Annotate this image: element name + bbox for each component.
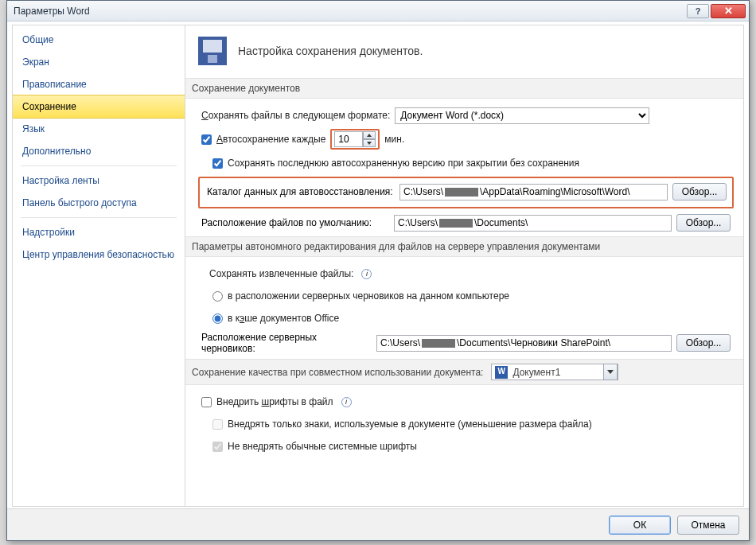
save-format-label: Сохранять файлы в следующем формате: <box>201 110 390 121</box>
document-select[interactable]: Документ1 <box>491 364 618 380</box>
drafts-opt2-label: в кэше документов Office <box>228 313 339 324</box>
row-drafts-opt1: в расположении серверных черновиков на д… <box>212 287 734 305</box>
row-embed-sub2: Не внедрять обычные системные шрифты <box>212 438 734 455</box>
embed-skip-system-checkbox <box>212 442 223 452</box>
server-drafts-label: Расположение серверных черновиков: <box>201 332 372 354</box>
sidebar-item-general[interactable]: Общие <box>13 29 185 51</box>
main-panel: Настройка сохранения документов. Сохране… <box>185 25 744 507</box>
drafts-opt1-label: в расположении серверных черновиков на д… <box>228 290 509 302</box>
drafts-location-radio-server[interactable] <box>212 291 223 302</box>
keep-last-label: Сохранять последнюю автосохраненную верс… <box>228 158 579 169</box>
row-autosave: Автосохранение каждые мин. <box>201 129 734 150</box>
row-embed-fonts: Внедрить шрифты в файл i <box>201 393 734 411</box>
sidebar-item-qat[interactable]: Панель быстрого доступа <box>13 192 185 214</box>
embed-used-only-checkbox <box>212 419 223 430</box>
browse-autorecover-button[interactable]: Обзор... <box>672 183 727 200</box>
browse-drafts-button[interactable]: Обзор... <box>676 334 731 352</box>
sidebar-item-proofing[interactable]: Правописание <box>13 73 185 95</box>
sidebar-separator <box>21 217 177 218</box>
window-title: Параметры Word <box>14 6 685 17</box>
word-options-dialog: Параметры Word ? ✕ Общие Экран Правописа… <box>6 0 750 541</box>
section-font-embed: Сохранение качества при совместном испол… <box>185 359 743 385</box>
word-doc-icon <box>495 366 508 379</box>
sidebar-item-ribbon[interactable]: Настройка ленты <box>13 169 185 192</box>
sidebar-item-advanced[interactable]: Дополнительно <box>13 140 185 162</box>
row-server-drafts: Расположение серверных черновиков: C:\Us… <box>201 332 734 354</box>
autosave-interval-highlight <box>330 129 380 150</box>
spinner-down[interactable] <box>363 139 376 147</box>
embed-fonts-checkbox[interactable] <box>201 397 212 407</box>
redacted-user <box>445 188 478 197</box>
content: Общие Экран Правописание Сохранение Язык… <box>12 25 744 507</box>
save-checked-label: Сохранять извлеченные файлы: <box>209 268 353 279</box>
row-save-checked: Сохранять извлеченные файлы: i <box>209 265 734 282</box>
section-save-docs: Сохранение документов <box>185 78 743 99</box>
save-floppy-icon <box>198 37 227 65</box>
row-embed-sub1: Внедрять только знаки, используемые в до… <box>212 415 734 433</box>
sidebar-item-trustcenter[interactable]: Центр управления безопасностью <box>13 243 185 266</box>
cancel-button[interactable]: Отмена <box>677 516 739 535</box>
spinner-up[interactable] <box>363 131 376 139</box>
close-button[interactable]: ✕ <box>711 4 746 18</box>
dialog-footer: ОК Отмена <box>7 508 749 540</box>
info-icon[interactable]: i <box>361 269 372 279</box>
help-button[interactable]: ? <box>687 4 709 18</box>
heading-text: Настройка сохранения документов. <box>238 45 423 57</box>
autorecover-path-input[interactable]: C:\Users\\AppData\Roaming\Microsoft\Word… <box>399 184 668 200</box>
embed-sub1-label: Внедрять только знаки, используемые в до… <box>228 418 592 430</box>
row-default-location: Расположение файлов по умолчанию: C:\Use… <box>201 214 734 232</box>
keep-last-checkbox[interactable] <box>212 158 223 169</box>
browse-default-button[interactable]: Обзор... <box>676 214 731 232</box>
redacted-user <box>439 219 473 228</box>
autosave-checkbox[interactable] <box>201 134 212 145</box>
sidebar-item-save[interactable]: Сохранение <box>13 95 185 119</box>
drafts-location-radio-cache[interactable] <box>212 313 223 324</box>
chevron-down-icon <box>603 364 618 380</box>
autosave-label: Автосохранение каждые <box>216 134 325 145</box>
default-location-label: Расположение файлов по умолчанию: <box>201 217 389 228</box>
autosave-unit: мин. <box>384 134 404 145</box>
row-keep-last: Сохранять последнюю автосохраненную верс… <box>212 154 734 172</box>
sidebar-item-display[interactable]: Экран <box>13 51 185 73</box>
autorecover-label: Каталог данных для автовосстановления: <box>207 186 395 197</box>
sidebar-item-language[interactable]: Язык <box>13 118 185 140</box>
section-offline-editing: Параметры автономного редактирования для… <box>185 236 743 257</box>
row-drafts-opt2: в кэше документов Office <box>212 309 734 327</box>
section-font-embed-label: Сохранение качества при совместном испол… <box>192 367 483 378</box>
titlebar: Параметры Word ? ✕ <box>7 1 749 21</box>
save-format-select[interactable]: Документ Word (*.docx) <box>395 107 649 124</box>
embed-sub2-label: Не внедрять обычные системные шрифты <box>228 441 417 452</box>
redacted-user <box>422 339 455 348</box>
autorecover-row-highlight: Каталог данных для автовосстановления: C… <box>198 177 734 208</box>
sidebar-separator <box>21 165 177 166</box>
autosave-minutes-input[interactable] <box>334 131 363 147</box>
default-location-input[interactable]: C:\Users\\Documents\ <box>394 215 672 232</box>
row-save-format: Сохранять файлы в следующем формате: Док… <box>201 107 734 124</box>
page-heading: Настройка сохранения документов. <box>198 37 734 65</box>
sidebar: Общие Экран Правописание Сохранение Язык… <box>12 25 185 507</box>
info-icon[interactable]: i <box>341 397 352 407</box>
embed-fonts-label: Внедрить шрифты в файл <box>216 396 333 407</box>
ok-button[interactable]: ОК <box>609 516 671 535</box>
server-drafts-input[interactable]: C:\Users\\Documents\Черновики SharePoint… <box>376 335 672 352</box>
sidebar-item-addins[interactable]: Надстройки <box>13 221 185 243</box>
